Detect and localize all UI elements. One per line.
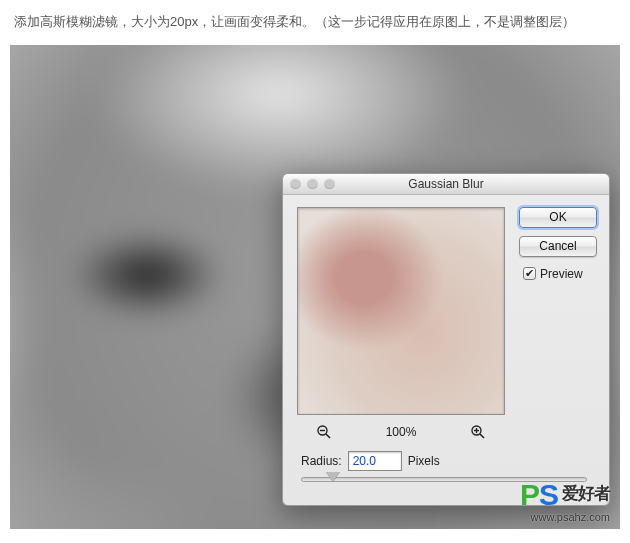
image-canvas: Gaussian Blur 100% Radius: Pixels [10,45,620,529]
zoom-controls: 100% [297,423,505,441]
zoom-in-icon[interactable] [469,423,487,441]
zoom-value: 100% [386,425,417,439]
radius-unit: Pixels [408,454,440,468]
watermark-s: S [539,478,558,511]
svg-line-1 [326,434,330,438]
minimize-icon[interactable] [307,178,318,189]
zoom-icon[interactable] [324,178,335,189]
cancel-button[interactable]: Cancel [519,236,597,257]
svg-line-4 [480,434,484,438]
radius-row: Radius: Pixels [301,451,440,471]
watermark-p: P [520,478,539,511]
watermark-cn: 爱好者 [562,484,610,503]
radius-label: Radius: [301,454,342,468]
radius-input[interactable] [348,451,402,471]
watermark-url: www.psahz.com [520,512,610,523]
ok-button[interactable]: OK [519,207,597,228]
close-icon[interactable] [290,178,301,189]
preview-label: Preview [540,267,583,281]
slider-thumb[interactable] [326,472,340,482]
zoom-out-icon[interactable] [315,423,333,441]
dialog-titlebar[interactable]: Gaussian Blur [283,174,609,195]
watermark: PS爱好者 www.psahz.com [520,480,610,523]
window-controls[interactable] [290,178,335,189]
preview-checkbox[interactable]: ✔ [523,267,536,280]
tutorial-caption: 添加高斯模糊滤镜，大小为20px，让画面变得柔和。（这一步记得应用在原图上，不是… [0,0,630,41]
preview-checkbox-row[interactable]: ✔ Preview [519,267,597,281]
dialog-body: 100% Radius: Pixels OK Cancel ✔ [283,195,609,505]
dialog-buttons: OK Cancel ✔ Preview [519,207,597,281]
dialog-title: Gaussian Blur [408,177,483,191]
blur-preview[interactable] [297,207,505,415]
gaussian-blur-dialog: Gaussian Blur 100% Radius: Pixels [282,173,610,506]
